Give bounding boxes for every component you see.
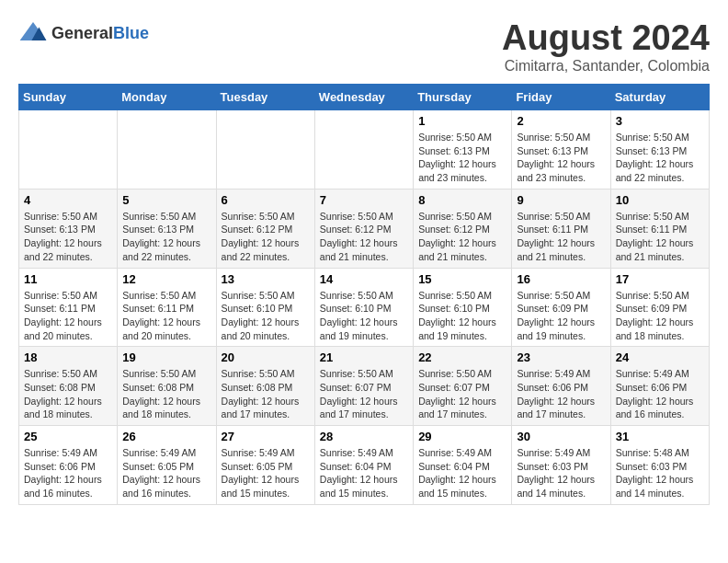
day-info: Sunrise: 5:48 AM Sunset: 6:03 PM Dayligh… [616, 446, 704, 500]
day-cell: 4Sunrise: 5:50 AM Sunset: 6:13 PM Daylig… [19, 189, 118, 268]
logo-icon [18, 18, 48, 48]
page-header: GeneralBlue August 2024 Cimitarra, Santa… [18, 18, 710, 75]
day-cell: 1Sunrise: 5:50 AM Sunset: 6:13 PM Daylig… [414, 110, 512, 190]
day-number: 26 [122, 430, 210, 443]
day-cell: 28Sunrise: 5:49 AM Sunset: 6:04 PM Dayli… [314, 426, 413, 505]
day-info: Sunrise: 5:50 AM Sunset: 6:10 PM Dayligh… [418, 289, 506, 343]
day-number: 12 [122, 272, 210, 286]
day-number: 11 [24, 272, 112, 286]
day-number: 9 [517, 193, 605, 207]
day-cell: 31Sunrise: 5:48 AM Sunset: 6:03 PM Dayli… [610, 426, 709, 505]
day-cell: 6Sunrise: 5:50 AM Sunset: 6:12 PM Daylig… [216, 189, 314, 268]
day-info: Sunrise: 5:50 AM Sunset: 6:07 PM Dayligh… [418, 367, 506, 421]
day-info: Sunrise: 5:50 AM Sunset: 6:11 PM Dayligh… [517, 210, 605, 264]
day-cell: 2Sunrise: 5:50 AM Sunset: 6:13 PM Daylig… [512, 110, 610, 190]
day-info: Sunrise: 5:50 AM Sunset: 6:09 PM Dayligh… [517, 289, 605, 343]
day-cell [19, 110, 118, 190]
day-cell: 22Sunrise: 5:50 AM Sunset: 6:07 PM Dayli… [414, 347, 512, 426]
main-title: August 2024 [502, 18, 710, 58]
day-cell: 10Sunrise: 5:50 AM Sunset: 6:11 PM Dayli… [610, 189, 709, 268]
day-number: 28 [320, 430, 408, 443]
day-number: 6 [222, 193, 310, 207]
day-info: Sunrise: 5:50 AM Sunset: 6:12 PM Dayligh… [418, 210, 506, 264]
day-cell: 19Sunrise: 5:50 AM Sunset: 6:08 PM Dayli… [118, 347, 216, 426]
subtitle: Cimitarra, Santander, Colombia [502, 58, 710, 75]
logo-text-blue: Blue [113, 24, 149, 42]
day-info: Sunrise: 5:49 AM Sunset: 6:06 PM Dayligh… [616, 367, 704, 421]
day-number: 18 [24, 350, 112, 364]
week-row-5: 25Sunrise: 5:49 AM Sunset: 6:06 PM Dayli… [19, 426, 710, 505]
day-info: Sunrise: 5:50 AM Sunset: 6:12 PM Dayligh… [222, 210, 310, 264]
day-header-saturday: Saturday [610, 85, 709, 110]
day-number: 14 [320, 272, 408, 286]
logo-text-general: General [51, 24, 113, 42]
day-number: 31 [616, 430, 704, 443]
day-info: Sunrise: 5:50 AM Sunset: 6:10 PM Dayligh… [320, 289, 408, 343]
week-row-1: 1Sunrise: 5:50 AM Sunset: 6:13 PM Daylig… [19, 110, 710, 190]
day-number: 10 [616, 193, 704, 207]
day-cell: 13Sunrise: 5:50 AM Sunset: 6:10 PM Dayli… [216, 268, 314, 347]
day-header-monday: Monday [118, 85, 216, 110]
day-number: 7 [320, 193, 408, 207]
day-cell: 29Sunrise: 5:49 AM Sunset: 6:04 PM Dayli… [414, 426, 512, 505]
day-number: 13 [222, 272, 310, 286]
day-cell: 11Sunrise: 5:50 AM Sunset: 6:11 PM Dayli… [19, 268, 118, 347]
day-cell: 26Sunrise: 5:49 AM Sunset: 6:05 PM Dayli… [118, 426, 216, 505]
day-cell: 12Sunrise: 5:50 AM Sunset: 6:11 PM Dayli… [118, 268, 216, 347]
day-info: Sunrise: 5:50 AM Sunset: 6:13 PM Dayligh… [24, 210, 112, 264]
day-number: 15 [418, 272, 506, 286]
day-number: 17 [616, 272, 704, 286]
day-number: 5 [122, 193, 210, 207]
day-number: 24 [616, 350, 704, 364]
day-header-friday: Friday [512, 85, 610, 110]
day-header-tuesday: Tuesday [216, 85, 314, 110]
day-number: 8 [418, 193, 506, 207]
day-number: 21 [320, 350, 408, 364]
day-info: Sunrise: 5:49 AM Sunset: 6:04 PM Dayligh… [418, 446, 506, 500]
day-info: Sunrise: 5:50 AM Sunset: 6:13 PM Dayligh… [122, 210, 210, 264]
day-number: 27 [222, 430, 310, 443]
title-block: August 2024 Cimitarra, Santander, Colomb… [502, 18, 710, 75]
day-info: Sunrise: 5:49 AM Sunset: 6:05 PM Dayligh… [122, 446, 210, 500]
day-number: 16 [517, 272, 605, 286]
day-cell: 9Sunrise: 5:50 AM Sunset: 6:11 PM Daylig… [512, 189, 610, 268]
day-cell: 16Sunrise: 5:50 AM Sunset: 6:09 PM Dayli… [512, 268, 610, 347]
day-number: 20 [222, 350, 310, 364]
day-number: 22 [418, 350, 506, 364]
day-info: Sunrise: 5:50 AM Sunset: 6:11 PM Dayligh… [616, 210, 704, 264]
day-info: Sunrise: 5:50 AM Sunset: 6:13 PM Dayligh… [616, 131, 704, 185]
day-cell: 24Sunrise: 5:49 AM Sunset: 6:06 PM Dayli… [610, 347, 709, 426]
day-cell: 25Sunrise: 5:49 AM Sunset: 6:06 PM Dayli… [19, 426, 118, 505]
day-cell: 8Sunrise: 5:50 AM Sunset: 6:12 PM Daylig… [414, 189, 512, 268]
header-row: SundayMondayTuesdayWednesdayThursdayFrid… [19, 85, 710, 110]
day-info: Sunrise: 5:50 AM Sunset: 6:07 PM Dayligh… [320, 367, 408, 421]
logo: GeneralBlue [18, 18, 149, 48]
day-cell [216, 110, 314, 190]
day-cell: 3Sunrise: 5:50 AM Sunset: 6:13 PM Daylig… [610, 110, 709, 190]
day-info: Sunrise: 5:50 AM Sunset: 6:08 PM Dayligh… [222, 367, 310, 421]
day-number: 4 [24, 193, 112, 207]
day-cell: 20Sunrise: 5:50 AM Sunset: 6:08 PM Dayli… [216, 347, 314, 426]
day-info: Sunrise: 5:49 AM Sunset: 6:04 PM Dayligh… [320, 446, 408, 500]
day-info: Sunrise: 5:50 AM Sunset: 6:13 PM Dayligh… [517, 131, 605, 185]
day-cell [314, 110, 413, 190]
day-cell: 5Sunrise: 5:50 AM Sunset: 6:13 PM Daylig… [118, 189, 216, 268]
day-info: Sunrise: 5:50 AM Sunset: 6:08 PM Dayligh… [122, 367, 210, 421]
day-number: 23 [517, 350, 605, 364]
day-info: Sunrise: 5:50 AM Sunset: 6:08 PM Dayligh… [24, 367, 112, 421]
day-info: Sunrise: 5:50 AM Sunset: 6:09 PM Dayligh… [616, 289, 704, 343]
day-info: Sunrise: 5:49 AM Sunset: 6:06 PM Dayligh… [517, 367, 605, 421]
week-row-2: 4Sunrise: 5:50 AM Sunset: 6:13 PM Daylig… [19, 189, 710, 268]
day-cell: 21Sunrise: 5:50 AM Sunset: 6:07 PM Dayli… [314, 347, 413, 426]
day-header-thursday: Thursday [414, 85, 512, 110]
day-cell: 30Sunrise: 5:49 AM Sunset: 6:03 PM Dayli… [512, 426, 610, 505]
day-cell [118, 110, 216, 190]
day-cell: 17Sunrise: 5:50 AM Sunset: 6:09 PM Dayli… [610, 268, 709, 347]
week-row-3: 11Sunrise: 5:50 AM Sunset: 6:11 PM Dayli… [19, 268, 710, 347]
day-info: Sunrise: 5:49 AM Sunset: 6:05 PM Dayligh… [222, 446, 310, 500]
day-cell: 27Sunrise: 5:49 AM Sunset: 6:05 PM Dayli… [216, 426, 314, 505]
week-row-4: 18Sunrise: 5:50 AM Sunset: 6:08 PM Dayli… [19, 347, 710, 426]
day-number: 30 [517, 430, 605, 443]
day-info: Sunrise: 5:50 AM Sunset: 6:12 PM Dayligh… [320, 210, 408, 264]
day-info: Sunrise: 5:49 AM Sunset: 6:03 PM Dayligh… [517, 446, 605, 500]
